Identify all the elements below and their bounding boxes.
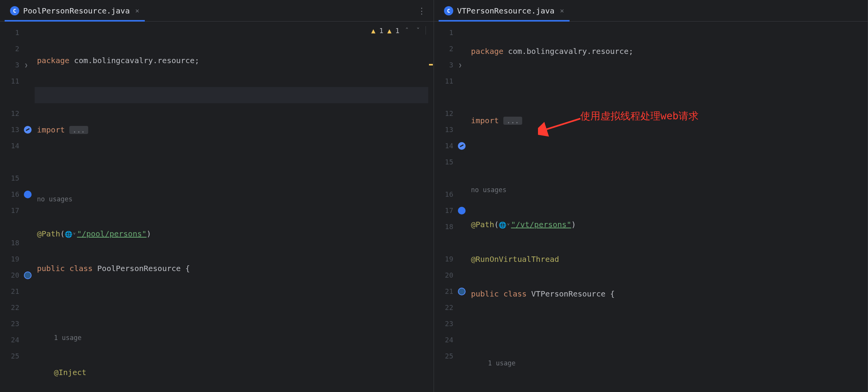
gutter-right: 1 2 3❯ 11 12 13 14 15 16 17 18 19 20 21 … bbox=[434, 22, 469, 392]
java-class-icon: C bbox=[444, 6, 453, 15]
code-area-left[interactable]: ▲1 ▲1 ˆ ˇ package com.bolingcavalry.reso… bbox=[35, 22, 434, 392]
usages-hint[interactable]: 1 usage bbox=[35, 330, 434, 346]
next-highlight-icon[interactable]: ˇ bbox=[414, 27, 422, 35]
globe-icon[interactable]: 🌐ᵛ bbox=[499, 217, 510, 233]
usages-hint[interactable]: no usages bbox=[35, 191, 434, 207]
folded-imports[interactable]: ... bbox=[69, 126, 88, 134]
code-area-right[interactable]: package com.bolingcavalry.resource; impo… bbox=[469, 22, 868, 392]
prev-highlight-icon[interactable]: ˆ bbox=[403, 27, 411, 35]
editor-right[interactable]: 1 2 3❯ 11 12 13 14 15 16 17 18 19 20 21 … bbox=[434, 22, 868, 392]
warning-icon: ▲ bbox=[371, 27, 375, 35]
bean-icon[interactable] bbox=[23, 125, 32, 134]
folded-imports[interactable]: ... bbox=[503, 117, 522, 125]
fold-icon[interactable]: ❯ bbox=[456, 60, 465, 70]
fold-icon[interactable]: ❯ bbox=[22, 60, 31, 70]
inject-icon[interactable] bbox=[457, 206, 466, 215]
gutter-left: 1 2 3❯ 11 12 13 14 15 16 17 18 19 20 21 … bbox=[0, 22, 35, 392]
bean-icon[interactable] bbox=[457, 141, 466, 151]
inspection-bar[interactable]: ▲1 ▲1 ˆ ˇ bbox=[371, 26, 426, 35]
usages-hint[interactable]: 1 usage bbox=[469, 355, 868, 371]
tab-menu-icon[interactable]: ⋮ bbox=[417, 6, 427, 15]
endpoint-icon[interactable] bbox=[457, 287, 466, 296]
warning-icon: ▲ bbox=[387, 27, 392, 35]
tab-bar-left: C PoolPersonResource.java × ⋮ bbox=[0, 0, 434, 22]
java-class-icon: C bbox=[10, 6, 19, 15]
close-icon[interactable]: × bbox=[135, 7, 139, 15]
tab-title: PoolPersonResource.java bbox=[23, 6, 130, 15]
tab-title: VTPersonResource.java bbox=[457, 6, 555, 15]
left-editor-pane: C PoolPersonResource.java × ⋮ 1 2 3❯ 11 … bbox=[0, 0, 434, 392]
endpoint-icon[interactable] bbox=[23, 271, 32, 280]
tab-bar-right: C VTPersonResource.java × bbox=[434, 0, 868, 22]
usages-hint[interactable]: no usages bbox=[469, 182, 868, 198]
editor-left[interactable]: 1 2 3❯ 11 12 13 14 15 16 17 18 19 20 21 … bbox=[0, 22, 434, 392]
right-editor-pane: C VTPersonResource.java × 1 2 3❯ 11 12 1… bbox=[434, 0, 868, 392]
tab-vt-person[interactable]: C VTPersonResource.java × bbox=[439, 0, 570, 21]
close-icon[interactable]: × bbox=[560, 7, 564, 15]
tab-pool-person[interactable]: C PoolPersonResource.java × bbox=[5, 0, 145, 21]
inject-icon[interactable] bbox=[23, 190, 32, 199]
globe-icon[interactable]: 🌐ᵛ bbox=[65, 226, 76, 243]
minimap[interactable] bbox=[428, 22, 434, 392]
